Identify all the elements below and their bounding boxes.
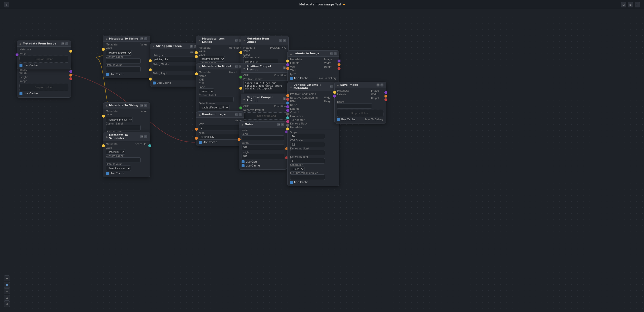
mtm-default-select[interactable]: stable-diffusion-v1-5 — [199, 105, 230, 110]
save-to-gallery-si[interactable]: Save To Gallery — [364, 118, 384, 121]
noise-height-input[interactable] — [242, 154, 284, 159]
label-select-2[interactable]: negative_prompt — [106, 117, 133, 122]
add-icon[interactable]: + — [4, 2, 10, 8]
use-cache-sjt[interactable] — [153, 82, 156, 85]
custom-label-input[interactable] — [106, 58, 141, 64]
sched-label-select[interactable]: scheduler — [106, 149, 125, 155]
width-label: Width — [20, 72, 32, 75]
mil1-label-select[interactable]: positive_prompt — [199, 56, 225, 62]
noise-width-label: Width — [242, 142, 284, 145]
noise-close[interactable]: ✕ — [281, 123, 284, 126]
custom-label-input-2[interactable] — [106, 125, 141, 130]
mil2-value-label: Value — [243, 50, 256, 52]
ncp-settings[interactable]: ⊡ — [283, 97, 286, 100]
ri-high-input[interactable] — [199, 134, 242, 140]
pcp-settings[interactable]: ⊡ — [283, 67, 286, 69]
mts2-close[interactable]: ✕ — [144, 104, 147, 107]
port-dl-control-in — [286, 113, 289, 116]
use-cache-dl[interactable] — [290, 181, 293, 184]
dl-cfg-input[interactable] — [290, 142, 325, 147]
mtm-label-select[interactable]: model — [199, 88, 214, 94]
dl-denstart-input[interactable] — [290, 150, 325, 155]
use-cache-lti[interactable] — [290, 77, 293, 80]
view-button-2[interactable]: ⊞ — [628, 2, 633, 8]
mtm-custom-input[interactable] — [199, 97, 234, 102]
reset-view-button[interactable]: ↺ — [4, 301, 10, 307]
si-board-input[interactable] — [337, 103, 372, 109]
mtsched-settings[interactable]: ⊡ — [140, 135, 143, 138]
sched-default-select[interactable]: Euler Ancestral — [106, 166, 131, 171]
image-primitive-drop-zone[interactable]: Drop or Upload — [20, 84, 68, 91]
unsaved-indicator — [343, 4, 345, 5]
dl-denend-input[interactable] — [290, 158, 325, 164]
zoom-out-button[interactable]: − — [4, 288, 10, 294]
use-cache-ri[interactable] — [199, 141, 202, 144]
dl-sched-label: Scheduler — [290, 164, 336, 166]
dl-steps-input[interactable] — [290, 134, 325, 139]
use-cache-checkbox-2[interactable] — [20, 64, 22, 67]
sjt-string-left-label: String Left — [153, 54, 197, 57]
mil2-settings[interactable]: ⊡ — [279, 39, 282, 42]
save-to-gallery-lti[interactable]: Save To Gallery — [318, 77, 336, 80]
noise-settings[interactable]: ⊡ — [277, 123, 280, 126]
use-cache-sched[interactable] — [106, 172, 109, 175]
mil1-header: ▲ Metadata Item Linked ⊡ ✕ — [196, 36, 244, 45]
use-cpu-label: Use Cpu — [246, 160, 257, 163]
port-si-image-in — [333, 95, 336, 98]
mts1-settings[interactable]: ⊡ — [140, 37, 143, 40]
ri-low-input[interactable] — [199, 125, 242, 130]
mts2-settings[interactable]: ⊡ — [140, 104, 143, 107]
dl-cfg-rescale-input[interactable] — [290, 174, 325, 180]
dl-settings[interactable]: ⊡ — [330, 85, 332, 88]
workflow-canvas[interactable]: ▲ Image Primitive ⊡ ✕ Image Width Height… — [0, 9, 644, 312]
lti-settings[interactable]: ⊡ — [330, 52, 332, 55]
fit-view-button[interactable]: ⊡ — [4, 295, 10, 301]
add-node-button[interactable]: + — [4, 2, 10, 8]
mts1-close[interactable]: ✕ — [144, 37, 147, 40]
default-value-input[interactable] — [106, 67, 141, 72]
port-pcp-prompt-in — [239, 87, 242, 90]
use-cache-si[interactable] — [337, 118, 340, 121]
label-select[interactable]: positive_prompt — [106, 50, 132, 56]
zoom-in-button[interactable]: + — [4, 275, 10, 281]
lti-close[interactable]: ✕ — [334, 52, 336, 55]
sched-meta-label: Metadata — [106, 143, 118, 146]
node-close-icon[interactable]: ✕ — [66, 42, 68, 45]
sjt-header: ▲ String Join Three ⊡ ✕ — [150, 43, 199, 49]
lti-meta-label: Metadata — [290, 58, 302, 61]
view-button-1[interactable]: ⊡ — [621, 2, 626, 8]
sjt-left-input[interactable] — [153, 57, 197, 62]
use-cache-checkbox[interactable] — [20, 92, 22, 95]
ri-settings[interactable]: ⊡ — [235, 113, 238, 116]
pcp-prompt-textarea[interactable]: Super carls tiger cub, national geograph… — [243, 81, 290, 93]
sjt-middle-input[interactable] — [153, 66, 197, 71]
noise-width-input[interactable] — [242, 145, 284, 150]
use-cache-noise[interactable] — [242, 164, 244, 167]
title-text: Metadata from image Test — [299, 3, 341, 6]
use-cache-noise-label: Use Cache — [246, 164, 260, 167]
pcp-title: Positive Compel Prompt — [246, 65, 281, 71]
use-cpu-toggle[interactable] — [242, 160, 244, 163]
string-join-three-node: ▲ String Join Three ⊡ ✕ Value String Lef… — [150, 43, 199, 87]
sjt-settings[interactable]: ⊡ — [190, 45, 193, 48]
si-drop-zone[interactable]: Drop or Upload — [337, 110, 384, 117]
mtsched-close[interactable]: ✕ — [144, 135, 147, 138]
use-cache-mts1[interactable] — [106, 73, 109, 76]
dl-sched-select[interactable]: Euler — [290, 166, 304, 172]
ri-close[interactable]: ✕ — [238, 113, 242, 116]
metadata-to-string-1-node: ▲ Metadata To String ⊡ ✕ Metadata Value … — [103, 36, 150, 78]
sjt-right-input[interactable] — [153, 75, 197, 80]
metadata-from-image-drop[interactable]: Drop or Upload — [20, 56, 68, 63]
mil1-settings[interactable]: ⊡ — [235, 39, 238, 42]
node-settings-icon[interactable]: ⊡ — [62, 42, 64, 45]
si-settings[interactable]: ⊡ — [376, 84, 380, 87]
mtm-settings[interactable]: ⊡ — [235, 65, 238, 68]
sched-custom-input[interactable] — [106, 157, 141, 163]
ncp-drop-zone[interactable]: Drop or Upload — [243, 112, 290, 120]
more-options-button[interactable]: ⋯ — [634, 2, 640, 8]
noise-seed-input[interactable] — [242, 135, 284, 141]
mil1-value-port: Value — [199, 50, 211, 52]
mil2-close[interactable]: ✕ — [283, 39, 286, 42]
dl-denoise-mask: Denoise Mask — [290, 122, 307, 125]
si-close[interactable]: ✕ — [380, 84, 384, 87]
